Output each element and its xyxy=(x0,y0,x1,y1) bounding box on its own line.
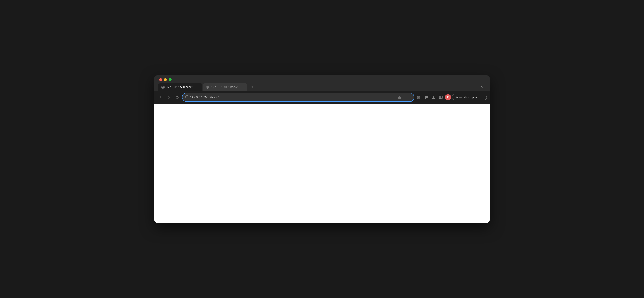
new-tab-button[interactable]: + xyxy=(249,84,256,90)
profile-avatar[interactable]: E xyxy=(445,94,451,100)
tab-1[interactable]: 127.0.0.1:8500/book/1 ✕ xyxy=(158,83,202,91)
browser-window: 127.0.0.1:8500/book/1 ✕ 127.0.0.1:8081/b… xyxy=(154,75,490,223)
traffic-lights xyxy=(158,78,486,81)
bookmark-icon[interactable] xyxy=(404,94,411,100)
tab-1-title: 127.0.0.1:8500/book/1 xyxy=(166,85,194,89)
chrome-menu-button[interactable] xyxy=(480,84,486,90)
svg-rect-8 xyxy=(439,96,441,99)
svg-rect-7 xyxy=(424,98,426,99)
toolbar-icons: E Relaunch to update ⋮ xyxy=(416,94,487,100)
nav-bar: E Relaunch to update ⋮ xyxy=(154,91,490,104)
tab-2-close[interactable]: ✕ xyxy=(240,85,244,89)
close-button[interactable] xyxy=(159,78,162,81)
minimize-button[interactable] xyxy=(164,78,167,81)
tab-1-close[interactable]: ✕ xyxy=(196,85,199,89)
reload-button[interactable] xyxy=(174,94,180,101)
relaunch-button[interactable]: Relaunch to update ⋮ xyxy=(452,94,487,100)
svg-rect-5 xyxy=(424,96,428,96)
relaunch-label: Relaunch to update xyxy=(455,96,479,99)
svg-rect-6 xyxy=(424,97,428,98)
tab-2-title: 127.0.0.1:8081/book/1 xyxy=(211,85,238,89)
info-icon xyxy=(185,95,188,99)
download-icon[interactable] xyxy=(430,94,437,100)
tab-2[interactable]: 127.0.0.1:8081/book/1 ✕ xyxy=(203,83,247,91)
url-input[interactable] xyxy=(190,95,394,99)
extensions-icon[interactable] xyxy=(416,94,422,100)
back-button[interactable] xyxy=(157,94,164,101)
tabs-row: 127.0.0.1:8500/book/1 ✕ 127.0.0.1:8081/b… xyxy=(158,83,486,91)
tab-2-favicon xyxy=(206,85,209,89)
share-icon[interactable] xyxy=(396,94,403,100)
tab-1-favicon xyxy=(161,85,164,89)
svg-rect-4 xyxy=(186,96,187,98)
page-content xyxy=(154,104,490,223)
forward-button[interactable] xyxy=(166,94,172,101)
maximize-button[interactable] xyxy=(169,78,172,81)
address-bar[interactable] xyxy=(182,93,414,102)
tab-search-icon[interactable] xyxy=(423,94,430,100)
split-view-icon[interactable] xyxy=(438,94,444,100)
title-bar: 127.0.0.1:8500/book/1 ✕ 127.0.0.1:8081/b… xyxy=(154,75,490,91)
svg-rect-9 xyxy=(441,96,442,99)
menu-dots-icon: ⋮ xyxy=(480,95,483,99)
